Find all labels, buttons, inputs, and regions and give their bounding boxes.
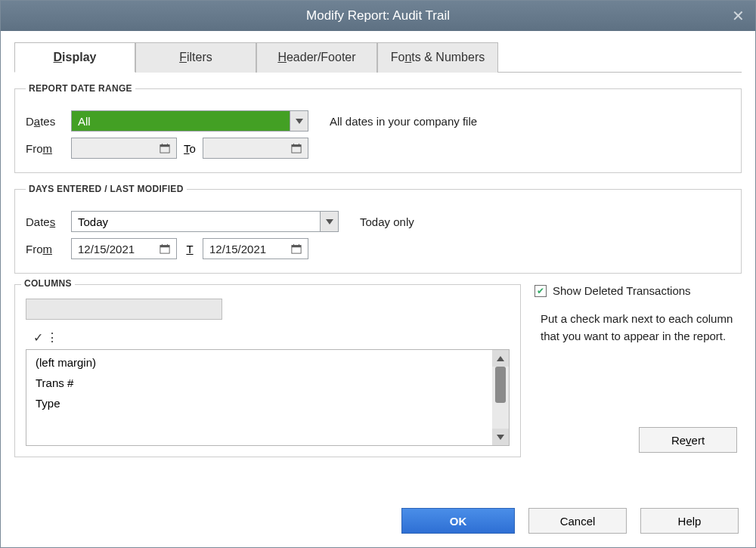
cancel-button[interactable]: Cancel [528, 508, 627, 534]
scroll-track[interactable] [492, 367, 509, 429]
calendar-icon[interactable] [291, 243, 302, 254]
revert-button[interactable]: Revert [639, 427, 737, 453]
dates-select-value: All [71, 110, 290, 132]
dialog-content: Display Filters Header/Footer Fonts & Nu… [1, 31, 755, 497]
svg-rect-13 [292, 246, 301, 248]
chevron-down-icon[interactable] [321, 211, 339, 232]
from-label-2: From [26, 243, 71, 255]
calendar-icon[interactable] [291, 143, 302, 153]
calendar-icon[interactable] [160, 243, 170, 254]
chevron-down-icon[interactable] [290, 110, 308, 132]
tab-display[interactable]: Display [14, 42, 135, 73]
columns-legend: COLUMNS [21, 278, 75, 289]
scroll-down-icon[interactable] [492, 429, 509, 445]
ok-button[interactable]: OK [401, 508, 515, 534]
list-item[interactable]: Trans # [36, 376, 483, 389]
dates-select-2-value: Today [71, 211, 321, 232]
to-label: To [177, 142, 203, 155]
to-label-2: T [177, 243, 203, 255]
report-date-range-legend: REPORT DATE RANGE [26, 83, 135, 94]
to-date-input-2[interactable]: 12/15/2021 [203, 238, 308, 259]
dates-select-2[interactable]: Today [71, 211, 339, 232]
checkbox-icon: ✔ [534, 285, 547, 297]
scrollbar[interactable] [492, 350, 509, 445]
list-item[interactable]: (left margin) [36, 356, 483, 369]
columns-group: COLUMNS ✓ ⋮ (left margin) Trans # Type [14, 284, 521, 457]
from-label: From [26, 142, 71, 155]
close-icon[interactable]: ✕ [732, 7, 745, 25]
svg-rect-5 [292, 145, 301, 147]
columns-filter-input[interactable] [26, 299, 222, 320]
help-button[interactable]: Help [640, 508, 739, 534]
list-item[interactable]: Type [36, 397, 483, 410]
tab-fonts-numbers[interactable]: Fonts & Numbers [377, 42, 498, 73]
scroll-thumb[interactable] [495, 367, 506, 403]
scroll-up-icon[interactable] [492, 350, 509, 367]
dates-label-2: Dates [26, 215, 71, 228]
columns-right: ✔ Show Deleted Transactions Put a check … [534, 284, 742, 457]
modify-report-dialog: Modify Report: Audit Trail ✕ Display Fil… [0, 0, 756, 548]
report-date-range-group: REPORT DATE RANGE Dates All All dates in… [14, 83, 742, 173]
columns-listbox[interactable]: (left margin) Trans # Type [26, 349, 510, 446]
svg-rect-9 [160, 246, 169, 248]
show-deleted-checkbox[interactable]: ✔ Show Deleted Transactions [534, 284, 742, 297]
svg-rect-1 [160, 145, 169, 147]
tab-header-footer[interactable]: Header/Footer [256, 42, 377, 73]
dates-description-2: Today only [360, 215, 414, 228]
to-date-input[interactable] [203, 138, 308, 159]
days-entered-legend: DAYS ENTERED / LAST MODIFIED [26, 184, 187, 194]
columns-area: COLUMNS ✓ ⋮ (left margin) Trans # Type [14, 284, 742, 457]
columns-hint: Put a check mark next to each column tha… [534, 311, 742, 345]
columns-list-items: (left margin) Trans # Type [26, 350, 492, 445]
dates-description: All dates in your company file [330, 115, 477, 128]
calendar-icon[interactable] [160, 143, 170, 153]
show-deleted-label: Show Deleted Transactions [553, 284, 691, 297]
from-date-input[interactable] [71, 138, 177, 159]
dialog-footer: OK Cancel Help [1, 497, 755, 547]
days-entered-group: DAYS ENTERED / LAST MODIFIED Dates Today… [14, 184, 742, 274]
tab-bar: Display Filters Header/Footer Fonts & Nu… [14, 42, 742, 73]
tab-filters[interactable]: Filters [135, 42, 256, 73]
dates-label: Dates [26, 115, 71, 128]
titlebar: Modify Report: Audit Trail ✕ [1, 1, 755, 31]
checkmark-header-icon: ✓ ⋮ [26, 330, 510, 345]
dates-select[interactable]: All [71, 110, 308, 132]
window-title: Modify Report: Audit Trail [306, 8, 450, 23]
from-date-input-2[interactable]: 12/15/2021 [71, 238, 177, 259]
